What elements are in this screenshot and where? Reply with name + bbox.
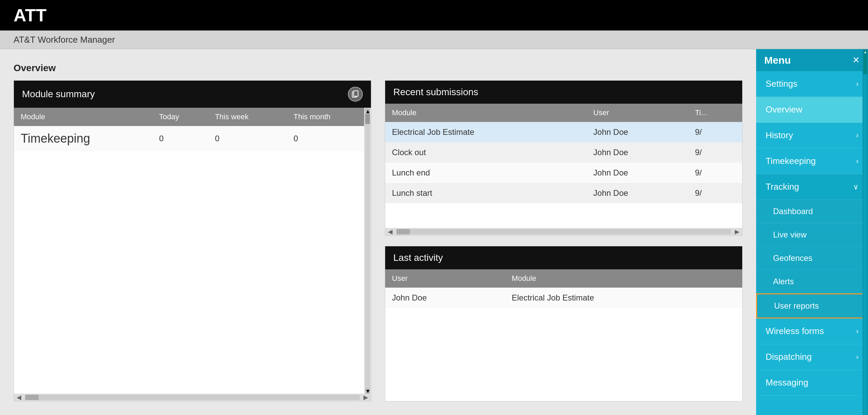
scroll-thumb-h[interactable]: [25, 395, 39, 400]
sidebar-item-wireless-forms[interactable]: Wireless forms ›: [756, 318, 868, 344]
table-row: Clock out John Doe 9/: [385, 142, 742, 163]
recent-submissions-table: Module User Ti... Electrical Job Estimat…: [385, 104, 742, 203]
table-row: Lunch end John Doe 9/: [385, 163, 742, 183]
sidebar-messaging-label: Messaging: [766, 377, 808, 388]
rs-row-time: 9/: [688, 142, 742, 163]
sidebar-history-label: History: [766, 130, 793, 141]
sidebar-item-history[interactable]: History ›: [756, 123, 868, 148]
row-this-week: 0: [208, 126, 287, 151]
sidebar-scroll-up[interactable]: ▲: [863, 50, 867, 54]
last-activity-header: Last activity: [385, 246, 742, 269]
geofences-label: Geofences: [773, 253, 812, 263]
module-summary-panel: Module summary: [14, 80, 371, 401]
rs-row-time: 9/: [688, 163, 742, 183]
sidebar-item-dispatching[interactable]: Dispatching ›: [756, 344, 868, 370]
la-col-module: Module: [505, 269, 742, 288]
rs-col-time: Ti...: [688, 104, 742, 122]
chevron-right-icon: ›: [856, 80, 859, 88]
module-summary-icon[interactable]: [348, 87, 363, 102]
rs-row-module: Lunch end: [385, 163, 587, 183]
rs-scroll-track[interactable]: [396, 229, 731, 234]
la-row-user: John Doe: [385, 288, 505, 308]
scroll-up-arrow[interactable]: ▲: [365, 108, 370, 114]
rs-row-time: 9/: [688, 122, 742, 142]
row-this-month: 0: [287, 126, 371, 151]
rs-row-module: Clock out: [385, 142, 587, 163]
rs-horizontal-scrollbar[interactable]: ◀ ▶: [385, 228, 742, 235]
rs-row-module: Lunch start: [385, 183, 587, 203]
main-content: Overview Module summary: [0, 49, 756, 415]
rs-row-time: 9/: [688, 183, 742, 203]
sidebar-timekeeping-label: Timekeeping: [766, 156, 816, 166]
sidebar-item-overview[interactable]: Overview: [756, 97, 868, 123]
recent-submissions-panel: Recent submissions Module User Ti...: [385, 80, 743, 236]
sidebar-wireless-forms-label: Wireless forms: [766, 326, 824, 336]
col-this-week: This week: [208, 108, 287, 126]
scroll-right-arrow[interactable]: ▶: [361, 394, 371, 401]
copy-icon: [351, 90, 359, 98]
horizontal-scrollbar[interactable]: ◀ ▶: [14, 394, 371, 401]
user-reports-label: User reports: [774, 301, 819, 311]
last-activity-table: User Module John Doe Electrical Job Esti…: [385, 269, 742, 308]
sidebar-sub-item-alerts[interactable]: Alerts: [756, 270, 868, 293]
sidebar-sub-item-live-view[interactable]: Live view: [756, 223, 868, 247]
rs-scroll-right[interactable]: ▶: [732, 228, 742, 235]
sidebar-overview-label: Overview: [766, 104, 802, 115]
chevron-right-icon: ›: [856, 353, 859, 361]
sidebar-title: Menu: [764, 55, 791, 66]
rs-col-module: Module: [385, 104, 587, 122]
chevron-right-icon: ›: [856, 131, 859, 140]
row-today: 0: [152, 126, 208, 151]
table-row: John Doe Electrical Job Estimate: [385, 288, 742, 308]
sidebar-item-messaging[interactable]: Messaging: [756, 370, 868, 396]
rs-scroll-left[interactable]: ◀: [385, 228, 395, 235]
module-summary-panel-inner: Module summary: [14, 80, 371, 401]
col-module: Module: [14, 108, 152, 126]
sidebar-scroll-track[interactable]: [863, 54, 867, 415]
subtitle-bar: AT&T Workforce Manager: [0, 30, 868, 49]
sidebar-sub-item-user-reports[interactable]: User reports: [756, 293, 868, 318]
table-row: Electrical Job Estimate John Doe 9/: [385, 122, 742, 142]
scroll-track-v[interactable]: [365, 114, 370, 388]
table-row: Timekeeping 0 0 0: [14, 126, 371, 151]
sidebar-scrollbar[interactable]: ▲ ▼: [863, 49, 868, 415]
sidebar-item-settings[interactable]: Settings ›: [756, 71, 868, 97]
rs-row-user: John Doe: [587, 183, 688, 203]
panels-row: Module summary: [14, 80, 743, 401]
sidebar-sub-item-dashboard[interactable]: Dashboard: [756, 200, 868, 223]
scroll-left-arrow[interactable]: ◀: [14, 394, 24, 401]
chevron-right-icon: ›: [856, 157, 859, 166]
last-activity-panel: Last activity User Module: [385, 246, 743, 401]
sidebar-scroll-thumb[interactable]: [863, 54, 867, 74]
right-panels: Recent submissions Module User Ti...: [385, 80, 743, 401]
sidebar-sub-item-geofences[interactable]: Geofences: [756, 247, 868, 270]
module-summary-header: Module summary: [14, 81, 371, 108]
rs-row-user: John Doe: [587, 122, 688, 142]
module-summary-table: Module Today This week This month Timeke…: [14, 108, 371, 151]
col-this-month: This month: [287, 108, 371, 126]
app-header: ATT: [0, 0, 868, 30]
table-row: Lunch start John Doe 9/: [385, 183, 742, 203]
page-wrapper: Overview Module summary: [14, 63, 743, 401]
scroll-down-arrow[interactable]: ▼: [365, 388, 370, 394]
scroll-track-h[interactable]: [25, 395, 360, 400]
sidebar-header: Menu ✕: [756, 49, 868, 71]
dashboard-label: Dashboard: [773, 207, 813, 216]
rs-scroll-thumb[interactable]: [396, 229, 410, 234]
sidebar-close-button[interactable]: ✕: [852, 55, 860, 65]
live-view-label: Live view: [773, 230, 807, 240]
row-module: Timekeeping: [14, 126, 152, 151]
sidebar-item-tracking[interactable]: Tracking ∨: [756, 174, 868, 200]
scroll-thumb-v[interactable]: [365, 114, 370, 124]
chevron-right-icon: ›: [856, 327, 859, 336]
chevron-down-icon: ∨: [853, 183, 859, 191]
overview-label: Overview: [14, 63, 743, 74]
rs-row-user: John Doe: [587, 142, 688, 163]
sidebar-tracking-label: Tracking: [766, 182, 799, 192]
col-today: Today: [152, 108, 208, 126]
subtitle-text: AT&T Workforce Manager: [14, 35, 115, 45]
vertical-scrollbar[interactable]: ▲ ▼: [364, 108, 371, 394]
sidebar-item-timekeeping[interactable]: Timekeeping ›: [756, 148, 868, 174]
sidebar-dispatching-label: Dispatching: [766, 352, 812, 362]
sidebar-settings-label: Settings: [766, 79, 797, 89]
